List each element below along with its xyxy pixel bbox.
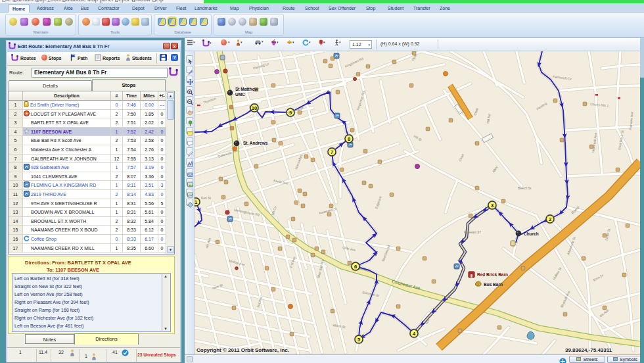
svg-text:8: 8 [348,136,350,142]
svg-text:Ken St: Ken St [201,196,212,200]
svg-text:St. Andrews: St. Andrews [243,141,268,145]
svg-text:Church: Church [524,231,539,236]
svg-text:1: 1 [195,199,197,205]
svg-text:7: 7 [331,149,333,155]
svg-text:?: ? [173,55,176,60]
svg-text:5: 5 [357,337,360,343]
svg-text:3: 3 [491,203,494,208]
svg-text:2: 2 [549,216,551,222]
svg-text:10: 10 [252,105,257,111]
svg-text:6: 6 [354,264,357,270]
svg-text:UMC: UMC [235,92,245,97]
svg-text:Beech St: Beech St [518,186,532,190]
svg-text:Red Brick Barn: Red Brick Barn [477,272,508,277]
svg-text:St Matthew: St Matthew [235,87,258,91]
svg-text:Pyleeast 37: Pyleeast 37 [464,230,481,234]
svg-text:Bus Barn: Bus Barn [484,282,503,287]
